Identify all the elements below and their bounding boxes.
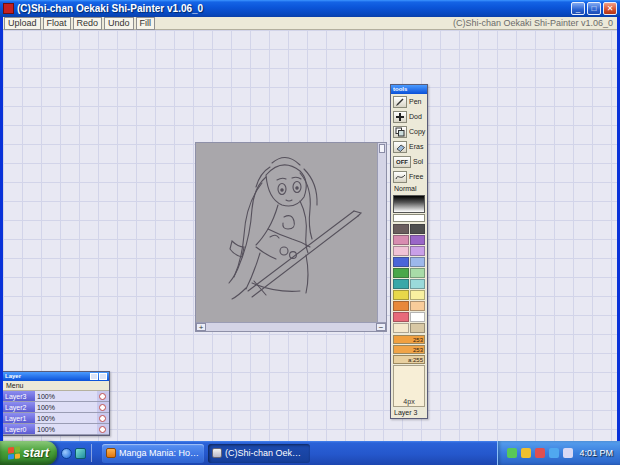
upload-button[interactable]: Upload [4,17,41,30]
color-swatch[interactable] [410,301,426,311]
undo-button[interactable]: Undo [104,17,134,30]
color-swatch[interactable] [410,312,426,322]
float-button[interactable]: Float [43,17,71,30]
color-swatch[interactable] [410,268,426,278]
color-swatch[interactable] [410,224,426,234]
tray-icon-5[interactable] [563,448,573,458]
slider-value: 253 [413,337,423,343]
layer-opacity[interactable]: 100% [35,424,97,434]
color-swatch[interactable] [393,224,409,234]
pen-icon [393,96,407,108]
task-button-manga-mania[interactable]: Manga Mania: How to... [102,444,204,463]
maximize-button[interactable]: □ [587,2,601,15]
zoom-out-button[interactable]: − [376,323,386,331]
layer-opacity[interactable]: 100% [35,391,97,401]
tools-palette-title: tools [393,85,425,94]
layer-row[interactable]: Layer2 100% [3,402,109,413]
taskbar-clock: 4:01 PM [577,448,613,458]
tray-icon-1[interactable] [507,448,517,458]
taskbar-divider [91,444,92,462]
color-swatch[interactable] [393,312,409,322]
color-swatch[interactable] [393,235,409,245]
layer-row[interactable]: Layer3 100% [3,391,109,402]
slider-value: 253 [413,347,423,353]
show-desktop-icon[interactable] [75,448,86,459]
tool-label: Dod [409,113,422,120]
tray-icon-4[interactable] [549,448,559,458]
tool-eraser[interactable]: Eras [391,139,427,154]
manga-mania-icon [106,448,116,458]
tool-copy[interactable]: Copy [391,124,427,139]
color-swatch[interactable] [410,290,426,300]
color-swatch[interactable] [393,323,409,333]
layer-select-radio[interactable] [99,404,106,411]
alpha-slider[interactable]: a:255 [393,355,425,364]
layer-name[interactable]: Layer3 [3,391,35,401]
copyright-text: (C)Shi-chan Oekaki Shi-Painter v1.06_0 [453,18,616,28]
layer-select-radio[interactable] [99,415,106,422]
eraser-icon [393,141,407,153]
tray-icon-3[interactable] [535,448,545,458]
layer-name[interactable]: Layer1 [3,413,35,423]
tool-dodge[interactable]: Dod [391,109,427,124]
color-value-slider[interactable]: 253 [393,345,425,354]
drawing-canvas-window: + − [195,142,387,332]
quick-launch [57,444,98,462]
tray-icon-2[interactable] [521,448,531,458]
color-palette [393,224,425,333]
freehand-icon [393,171,407,183]
color-swatch[interactable] [393,268,409,278]
panel-minimize-icon[interactable] [90,373,98,380]
start-button[interactable]: start [0,441,57,465]
brush-size-label: 4px [403,398,414,405]
tool-solid[interactable]: OFF Sol [391,154,427,169]
layer-row[interactable]: Layer1 100% [3,413,109,424]
canvas-horizontal-scrollbar[interactable]: + − [196,322,386,331]
off-toggle-button[interactable]: OFF [393,156,411,168]
panel-close-icon[interactable] [99,373,107,380]
color-swatch[interactable] [410,235,426,245]
layer-name[interactable]: Layer2 [3,402,35,412]
close-button[interactable]: ✕ [603,2,617,15]
app-icon [3,3,14,14]
scrollbar-thumb[interactable] [379,144,385,153]
drawing-canvas[interactable] [196,143,377,322]
color-swatch[interactable] [410,246,426,256]
layer-row[interactable]: Layer0 100% [3,424,109,435]
task-label: Manga Mania: How to... [119,448,200,458]
color-swatch[interactable] [393,257,409,267]
browser-icon[interactable] [61,448,72,459]
tools-palette-titlebar[interactable]: tools [391,85,427,94]
minimize-button[interactable]: _ [571,2,585,15]
color-swatch[interactable] [393,290,409,300]
slider-value: a:255 [408,357,423,363]
layer-name[interactable]: Layer0 [3,424,35,434]
color-swatch[interactable] [410,257,426,267]
zoom-in-button[interactable]: + [196,323,206,331]
color-swatch[interactable] [393,301,409,311]
tools-palette: tools Pen Dod Copy [390,84,428,419]
layers-panel-titlebar[interactable]: Layer [3,372,109,381]
color-swatch[interactable] [393,279,409,289]
color-value-slider[interactable]: 253 [393,335,425,344]
color-swatch[interactable] [410,323,426,333]
task-button-shi-painter[interactable]: (C)Shi-chan Oekaki S... [208,444,310,463]
canvas-vertical-scrollbar[interactable] [377,143,386,322]
blend-mode-label[interactable]: Normal [391,184,427,194]
background-color-swatch[interactable] [393,214,425,222]
color-swatch[interactable] [393,246,409,256]
layer-select-radio[interactable] [99,393,106,400]
layer-opacity[interactable]: 100% [35,402,97,412]
layer-select-radio[interactable] [99,426,106,433]
tool-pen[interactable]: Pen [391,94,427,109]
redo-button[interactable]: Redo [73,17,103,30]
screen: (C)Shi-chan Oekaki Shi-Painter v1.06_0 _… [0,0,620,465]
menubar: Upload Float Redo Undo Fill (C)Shi-chan … [3,17,617,30]
tool-freehand[interactable]: Free [391,169,427,184]
fill-button[interactable]: Fill [136,17,156,30]
brush-size-preview[interactable]: 4px [393,365,425,407]
layers-menu-button[interactable]: Menu [3,381,109,391]
color-swatch[interactable] [410,279,426,289]
tone-gradient-selector[interactable] [393,195,425,213]
layer-opacity[interactable]: 100% [35,413,97,423]
